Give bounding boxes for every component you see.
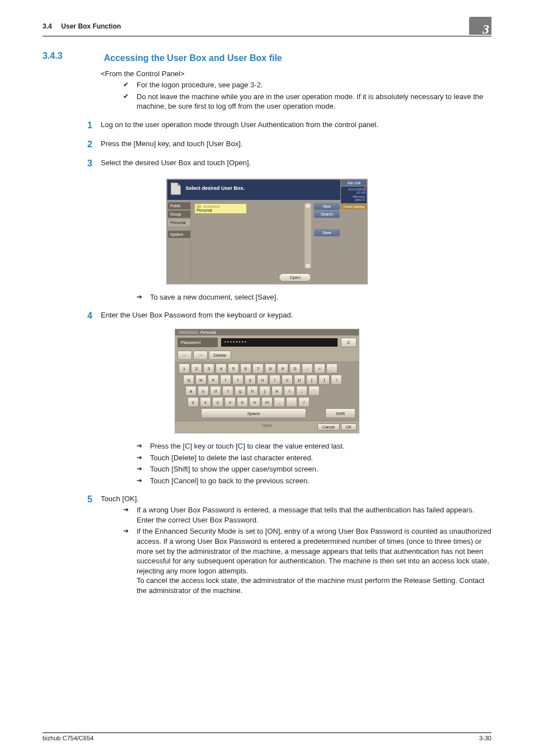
- status-panel: 01/11/2012 07:41 Memory 99% K: [341, 186, 367, 203]
- page-footer: bizhub C754/C654 3-30: [43, 732, 491, 741]
- key[interactable]: o: [282, 375, 293, 385]
- cursor-left-button[interactable]: ←: [177, 351, 192, 360]
- key[interactable]: 9: [277, 363, 288, 374]
- clear-button[interactable]: C: [341, 338, 357, 347]
- cancel-button[interactable]: Cancel: [317, 423, 340, 431]
- key[interactable]: j: [259, 386, 270, 396]
- arrow-item: Press the [C] key or touch [C] to clear …: [137, 441, 491, 451]
- key[interactable]: `: [326, 363, 338, 374]
- onscreen-keyboard: 1234567890-=` qwertyuiop[]\ asdfghjkl;' …: [175, 361, 359, 421]
- save-button[interactable]: Save: [314, 229, 340, 236]
- key[interactable]: m: [261, 397, 273, 407]
- key[interactable]: v: [224, 397, 236, 407]
- cursor-right-button[interactable]: →: [193, 351, 208, 360]
- step-text: Press the [Menu] key, and touch [User Bo…: [101, 139, 491, 150]
- key[interactable]: p: [294, 375, 305, 385]
- user-box-item[interactable]: 000000002 Personal: [194, 203, 247, 214]
- key[interactable]: l: [284, 386, 295, 396]
- key[interactable]: 6: [240, 363, 251, 374]
- panel-message: Select desired User Box.: [167, 180, 340, 200]
- header-section-title: User Box Function: [61, 22, 121, 30]
- key[interactable]: ,: [274, 397, 285, 407]
- document-icon: [171, 183, 181, 195]
- key[interactable]: i: [269, 375, 280, 385]
- step-number: 2: [87, 139, 101, 150]
- key[interactable]: 7: [252, 363, 264, 374]
- open-button[interactable]: Open: [279, 273, 311, 282]
- key[interactable]: t: [232, 375, 243, 385]
- key[interactable]: 1: [179, 363, 190, 374]
- key[interactable]: y: [245, 375, 256, 385]
- key[interactable]: 0: [289, 363, 301, 374]
- arrow-item: If the Enhanced Security Mode is set to …: [123, 526, 491, 595]
- key[interactable]: f: [222, 386, 233, 396]
- section-title: Accessing the User Box and User Box file: [104, 53, 282, 63]
- key[interactable]: .: [286, 397, 297, 407]
- arrow-item: To save a new document, select [Save].: [137, 292, 491, 302]
- intro-line: <From the Control Panel>: [101, 69, 491, 78]
- joblist-button[interactable]: Job List: [341, 180, 367, 186]
- key[interactable]: ': [308, 386, 320, 396]
- step-number: 4: [87, 311, 101, 321]
- step3-sublist: To save a new document, select [Save].: [114, 292, 491, 302]
- key[interactable]: g: [235, 386, 246, 396]
- new-button[interactable]: New: [314, 203, 340, 210]
- arrow-item: If a wrong User Box Password is entered,…: [123, 505, 491, 525]
- key[interactable]: -: [302, 363, 313, 374]
- key[interactable]: x: [200, 397, 211, 407]
- key[interactable]: 5: [228, 363, 239, 374]
- step4-sublist: Press the [C] key or touch [C] to clear …: [114, 441, 491, 486]
- box-name: Personal: [196, 208, 212, 212]
- key[interactable]: 8: [265, 363, 276, 374]
- key[interactable]: b: [237, 397, 248, 407]
- key[interactable]: [: [306, 375, 317, 385]
- step-text: Log on to the user operation mode throug…: [101, 120, 491, 130]
- tab-personal[interactable]: Personal: [168, 219, 190, 226]
- scroll-up-icon[interactable]: ⌃: [306, 203, 310, 208]
- scrollbar[interactable]: ⌃ ⌄: [305, 203, 311, 268]
- key[interactable]: e: [208, 375, 219, 385]
- section-number: 3.4.3: [43, 51, 101, 61]
- key[interactable]: 4: [216, 363, 227, 374]
- key[interactable]: n: [249, 397, 260, 407]
- key-space[interactable]: Space: [201, 408, 306, 418]
- key-shift[interactable]: Shift: [325, 408, 355, 418]
- key[interactable]: /: [298, 397, 310, 407]
- key[interactable]: a: [185, 386, 196, 396]
- arrow-item: Touch [Cancel] to go back to the previou…: [137, 476, 491, 486]
- key[interactable]: 2: [191, 363, 202, 374]
- arrow-item: Touch [Shift] to show the upper case/sym…: [137, 464, 491, 474]
- key[interactable]: ]: [318, 375, 330, 385]
- key[interactable]: z: [188, 397, 199, 407]
- key[interactable]: 3: [203, 363, 214, 374]
- key[interactable]: \: [331, 375, 342, 385]
- key[interactable]: u: [257, 375, 268, 385]
- key[interactable]: k: [271, 386, 283, 396]
- key[interactable]: d: [210, 386, 221, 396]
- key[interactable]: r: [220, 375, 231, 385]
- screenshot-select-box: Job List 01/11/2012 07:41 Memory 99% K C…: [166, 179, 368, 284]
- step-text: Enter the User Box Password from the key…: [101, 311, 491, 321]
- tab-public[interactable]: Public: [168, 202, 190, 209]
- step-number: 1: [87, 120, 101, 130]
- key[interactable]: =: [314, 363, 325, 374]
- tab-system[interactable]: System: [168, 231, 190, 238]
- key[interactable]: s: [198, 386, 209, 396]
- check-setting-button[interactable]: Check Setting: [341, 204, 367, 209]
- chapter-badge: 3: [469, 17, 491, 35]
- key[interactable]: c: [212, 397, 223, 407]
- key[interactable]: h: [247, 386, 258, 396]
- open-label: Open: [262, 423, 271, 427]
- ok-button[interactable]: OK: [341, 423, 357, 431]
- box-number: 000000002: [203, 205, 220, 208]
- key[interactable]: q: [183, 375, 194, 385]
- tab-group[interactable]: Group: [168, 211, 190, 218]
- password-input[interactable]: ********: [221, 338, 338, 347]
- step-number: 5: [87, 494, 101, 597]
- footer-model: bizhub C754/C654: [43, 735, 93, 741]
- search-button[interactable]: Search: [314, 211, 340, 218]
- key[interactable]: w: [195, 375, 207, 385]
- key[interactable]: ;: [296, 386, 307, 396]
- scroll-down-icon[interactable]: ⌄: [306, 264, 310, 268]
- delete-button[interactable]: Delete: [209, 351, 231, 360]
